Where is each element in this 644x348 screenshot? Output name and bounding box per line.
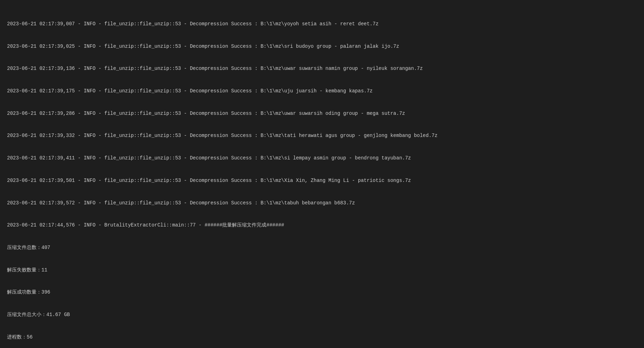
log-line-1: 2023-06-21 02:17:39,007 - INFO - file_un… <box>7 20 637 28</box>
terminal-output: 2023-06-21 02:17:39,007 - INFO - file_un… <box>7 6 637 348</box>
stat-success-count: 解压成功数量：396 <box>7 289 637 296</box>
log-line-3: 2023-06-21 02:17:39,136 - INFO - file_un… <box>7 65 637 73</box>
log-line-2: 2023-06-21 02:17:39,025 - INFO - file_un… <box>7 43 637 51</box>
log-line-9: 2023-06-21 02:17:39,572 - INFO - file_un… <box>7 199 637 207</box>
log-line-10: 2023-06-21 02:17:44,576 - INFO - Brutali… <box>7 222 637 229</box>
log-line-8: 2023-06-21 02:17:39,501 - INFO - file_un… <box>7 177 637 185</box>
log-line-6: 2023-06-21 02:17:39,332 - INFO - file_un… <box>7 132 637 140</box>
stat-total-size: 压缩文件总大小：41.67 GB <box>7 311 637 319</box>
stat-total-files: 压缩文件总数：407 <box>7 244 637 252</box>
log-line-4: 2023-06-21 02:17:39,175 - INFO - file_un… <box>7 87 637 95</box>
stat-processes: 进程数：56 <box>7 334 637 341</box>
log-line-5: 2023-06-21 02:17:39,286 - INFO - file_un… <box>7 110 637 118</box>
stat-fail-count: 解压失败数量：11 <box>7 267 637 274</box>
log-line-7: 2023-06-21 02:17:39,411 - INFO - file_un… <box>7 155 637 162</box>
